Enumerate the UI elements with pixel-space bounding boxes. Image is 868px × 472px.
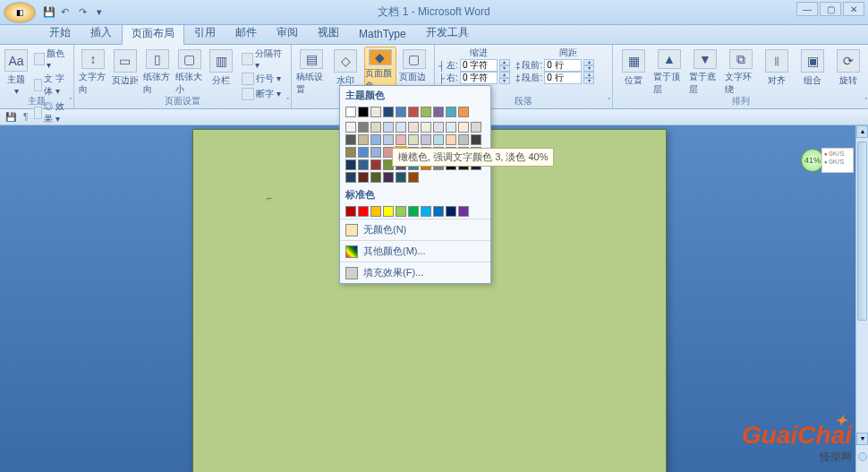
color-swatch[interactable] — [396, 134, 406, 145]
color-swatch[interactable] — [433, 122, 444, 133]
themes-button[interactable]: Aa 主题▾ — [4, 47, 29, 97]
color-swatch[interactable] — [396, 122, 406, 133]
undo-icon[interactable]: ↶ — [61, 6, 73, 19]
tab-page-layout[interactable]: 页面布局 — [122, 22, 184, 45]
spacing-after-spinner[interactable]: ‡段后:▴▾ — [515, 72, 594, 84]
no-color-item[interactable]: 无颜色(N) — [340, 219, 490, 240]
color-swatch[interactable] — [370, 122, 381, 133]
color-swatch[interactable] — [446, 122, 456, 133]
writing-paper-button[interactable]: ▤稿纸设置 — [295, 47, 328, 97]
scroll-down-button[interactable]: ▾ — [856, 433, 868, 445]
indent-right-input[interactable] — [460, 72, 498, 84]
color-swatch[interactable] — [458, 134, 469, 145]
color-swatch[interactable] — [458, 107, 469, 117]
color-swatch[interactable] — [471, 134, 481, 145]
color-swatch[interactable] — [471, 122, 481, 133]
color-swatch[interactable] — [358, 159, 369, 170]
breaks-button[interactable]: 分隔符 ▾ — [238, 47, 287, 71]
color-swatch[interactable] — [370, 159, 381, 170]
more-colors-item[interactable]: 其他颜色(M)... — [340, 240, 490, 262]
color-swatch[interactable] — [358, 147, 369, 158]
color-swatch[interactable] — [421, 122, 431, 133]
send-back-button[interactable]: ▼置于底层 — [688, 47, 722, 97]
spacing-before-input[interactable] — [544, 59, 582, 72]
columns-button[interactable]: ▥分栏 — [206, 47, 236, 97]
line-numbers-button[interactable]: 行号 ▾ — [238, 72, 287, 86]
office-button[interactable]: ◧ — [4, 2, 36, 23]
color-swatch[interactable] — [421, 107, 431, 117]
save-icon[interactable]: 💾 — [43, 6, 55, 19]
color-swatch[interactable] — [358, 134, 369, 145]
color-swatch[interactable] — [370, 172, 381, 183]
color-swatch[interactable] — [408, 172, 419, 183]
color-swatch[interactable] — [358, 172, 369, 183]
color-swatch[interactable] — [370, 147, 381, 158]
color-swatch[interactable] — [370, 107, 381, 117]
scroll-up-button[interactable]: ▴ — [856, 125, 868, 138]
fill-effects-item[interactable]: 填充效果(F)... — [340, 262, 490, 283]
margins-button[interactable]: ▭页边距 — [110, 47, 140, 97]
color-swatch[interactable] — [345, 159, 356, 170]
color-swatch[interactable] — [446, 206, 456, 217]
close-button[interactable]: ✕ — [843, 2, 864, 16]
columns-icon: ▥ — [209, 49, 233, 73]
indent-left-input[interactable] — [460, 59, 498, 72]
text-wrap-button[interactable]: ⧉文字环绕 — [724, 47, 758, 97]
color-swatch[interactable] — [345, 147, 356, 158]
spacing-after-input[interactable] — [544, 72, 582, 84]
color-swatch[interactable] — [408, 206, 419, 217]
bring-front-button[interactable]: ▲置于顶层 — [652, 47, 686, 97]
color-swatch[interactable] — [408, 107, 419, 117]
color-swatch[interactable] — [408, 134, 419, 145]
color-swatch[interactable] — [383, 107, 394, 117]
color-swatch[interactable] — [458, 206, 469, 217]
color-swatch[interactable] — [458, 122, 469, 133]
browse-object-button[interactable] — [858, 452, 867, 461]
orientation-button[interactable]: ▯纸张方向 — [142, 47, 173, 97]
qat-more-icon[interactable]: ▾ — [97, 6, 109, 19]
color-swatch[interactable] — [345, 107, 356, 117]
color-swatch[interactable] — [446, 134, 456, 145]
color-swatch[interactable] — [345, 206, 356, 217]
color-swatch[interactable] — [383, 172, 394, 183]
theme-colors-button[interactable]: 颜色 ▾ — [30, 47, 70, 71]
align-button[interactable]: ⫴对齐 — [760, 47, 794, 97]
position-button[interactable]: ▦位置 — [617, 47, 651, 97]
color-swatch[interactable] — [383, 134, 394, 145]
spacing-before-spinner[interactable]: ‡段前:▴▾ — [515, 59, 594, 72]
color-swatch[interactable] — [345, 134, 356, 145]
maximize-button[interactable]: ▢ — [820, 2, 841, 16]
rotate-button[interactable]: ⟳旋转 — [831, 47, 865, 97]
color-swatch[interactable] — [370, 206, 381, 217]
group-button[interactable]: ▣组合 — [796, 47, 830, 97]
color-swatch[interactable] — [433, 134, 444, 145]
redo-icon[interactable]: ↷ — [79, 6, 91, 19]
page-borders-icon: ▢ — [403, 49, 426, 69]
color-swatch[interactable] — [370, 134, 381, 145]
vertical-scrollbar[interactable]: ▴ ▾ — [855, 125, 868, 472]
indent-right-spinner[interactable]: ├右:▴▾ — [438, 72, 510, 84]
text-direction-button[interactable]: ↕文字方向 — [78, 47, 108, 97]
color-swatch[interactable] — [421, 206, 431, 217]
color-swatch[interactable] — [446, 107, 456, 117]
color-swatch[interactable] — [421, 134, 431, 145]
scroll-thumb[interactable] — [857, 142, 867, 321]
minimize-button[interactable]: — — [796, 2, 818, 16]
color-swatch[interactable] — [408, 122, 419, 133]
color-swatch[interactable] — [358, 122, 369, 133]
color-swatch[interactable] — [383, 206, 394, 217]
color-swatch[interactable] — [358, 107, 369, 117]
indent-left-spinner[interactable]: ┤左:▴▾ — [438, 59, 510, 72]
color-swatch[interactable] — [396, 172, 406, 183]
color-swatch[interactable] — [345, 122, 356, 133]
color-swatch[interactable] — [345, 172, 356, 183]
color-swatch[interactable] — [396, 206, 406, 217]
color-swatch[interactable] — [433, 107, 444, 117]
color-swatch[interactable] — [383, 122, 394, 133]
tab-mathtype[interactable]: MathType — [349, 24, 416, 44]
color-swatch[interactable] — [358, 206, 369, 217]
color-swatch[interactable] — [396, 107, 406, 117]
size-button[interactable]: ▢纸张大小 — [174, 47, 205, 97]
group-arrange: ▦位置 ▲置于顶层 ▼置于底层 ⧉文字环绕 ⫴对齐 ▣组合 ⟳旋转 排列 — [613, 45, 868, 108]
color-swatch[interactable] — [433, 206, 444, 217]
